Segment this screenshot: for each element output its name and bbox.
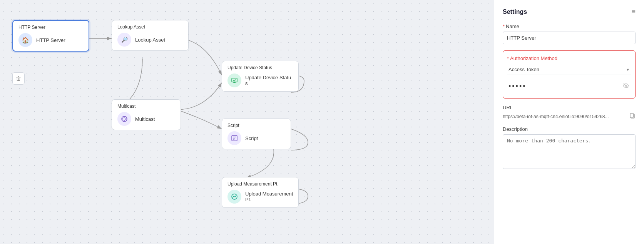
node-update-device-status-title: Update Device Status: [227, 65, 293, 70]
node-update-device-status-icon: [227, 74, 241, 87]
node-script[interactable]: Script Script: [222, 119, 291, 149]
url-group: URL https://beta-iot-as-mqtt-cn4.eniot.i…: [503, 105, 636, 120]
delete-button[interactable]: 🗑: [12, 72, 25, 85]
canvas-area[interactable]: HTTP Server 🏠 HTTP Server 🗑 Lookup Asset…: [0, 0, 494, 244]
url-value-wrapper: https://beta-iot-as-mqtt-cn4.eniot.io:90…: [503, 113, 636, 120]
url-label: URL: [503, 105, 636, 110]
name-field-group: * Name: [503, 23, 636, 44]
settings-panel: Settings ≡ * Name * Authorization Method…: [494, 0, 644, 244]
node-script-title: Script: [227, 123, 285, 128]
node-upload-measurement-title: Upload Measurement Pt.: [227, 181, 293, 187]
node-http-server-label: HTTP Server: [36, 37, 65, 43]
password-input[interactable]: [507, 79, 631, 94]
node-update-device-status[interactable]: Update Device Status Update Device Statu…: [222, 61, 299, 92]
node-upload-measurement-label: Upload MeasurementPt.: [245, 191, 293, 202]
node-script-icon: [227, 131, 241, 145]
name-label: * Name: [503, 23, 636, 29]
node-multicast-label: Multicast: [135, 116, 155, 122]
eye-icon[interactable]: [623, 83, 629, 90]
node-http-server[interactable]: HTTP Server 🏠 HTTP Server: [12, 20, 89, 52]
node-lookup-asset[interactable]: Lookup Asset 🔎 Lookup Asset: [112, 20, 189, 51]
node-update-device-status-label: Update Device Status: [245, 75, 291, 86]
copy-icon[interactable]: [629, 113, 636, 120]
settings-header: Settings ≡: [503, 8, 636, 16]
node-multicast-title: Multicast: [117, 104, 175, 109]
node-lookup-asset-icon: 🔎: [117, 33, 131, 47]
node-upload-measurement-icon: [227, 190, 241, 204]
auth-method-label: * Authorization Method: [507, 55, 631, 61]
auth-method-select-wrapper: Access Token Basic Auth None ▾: [507, 64, 631, 75]
menu-icon[interactable]: ≡: [631, 8, 636, 16]
desc-textarea[interactable]: [503, 134, 636, 169]
svg-point-19: [236, 196, 236, 196]
svg-line-7: [124, 117, 126, 119]
description-group: Description: [503, 126, 636, 170]
password-wrapper: [507, 79, 631, 94]
url-value: https://beta-iot-as-mqtt-cn4.eniot.io:90…: [503, 114, 626, 119]
node-lookup-asset-label: Lookup Asset: [135, 37, 165, 43]
svg-rect-23: [630, 114, 634, 117]
svg-point-18: [233, 197, 233, 198]
node-multicast[interactable]: Multicast Multicast: [112, 99, 181, 130]
settings-title: Settings: [503, 8, 527, 15]
node-upload-measurement[interactable]: Upload Measurement Pt. Upload Measuremen…: [222, 177, 299, 208]
svg-line-9: [124, 119, 126, 121]
desc-label: Description: [503, 126, 636, 132]
auth-method-group: * Authorization Method Access Token Basi…: [503, 50, 636, 99]
svg-line-8: [122, 119, 124, 121]
node-multicast-icon: [117, 112, 131, 126]
auth-method-select[interactable]: Access Token Basic Auth None: [507, 64, 631, 75]
node-lookup-asset-title: Lookup Asset: [117, 24, 183, 30]
svg-line-6: [122, 117, 124, 119]
node-http-server-icon: 🏠: [18, 33, 32, 47]
node-http-server-title: HTTP Server: [18, 25, 83, 30]
node-script-label: Script: [245, 135, 258, 141]
name-input[interactable]: [503, 32, 636, 44]
svg-rect-10: [232, 78, 237, 82]
